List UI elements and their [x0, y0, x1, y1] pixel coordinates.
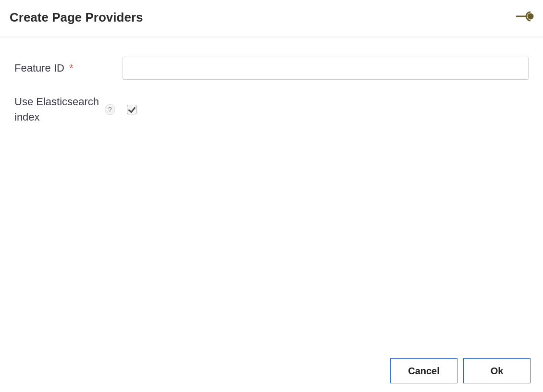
ok-button[interactable]: Ok [463, 358, 531, 383]
feature-id-label: Feature ID [14, 61, 64, 76]
branch-icon [515, 10, 535, 25]
feature-id-input[interactable] [123, 57, 529, 80]
dialog-footer: Cancel Ok [0, 358, 543, 392]
cancel-button[interactable]: Cancel [390, 358, 457, 383]
use-es-index-checkbox-wrap [127, 105, 136, 114]
feature-id-input-col [123, 57, 529, 80]
use-es-index-label-col: Use Elasticsearch index [14, 94, 101, 125]
dialog-header: Create Page Providers [0, 0, 543, 37]
svg-point-0 [528, 13, 534, 20]
dialog-title: Create Page Providers [10, 10, 143, 25]
help-icon[interactable]: ? [105, 104, 115, 115]
form-body: Feature ID * Use Elasticsearch index ? [0, 37, 543, 358]
use-es-index-row: Use Elasticsearch index ? [14, 94, 529, 125]
required-marker: * [69, 61, 74, 76]
use-es-index-checkbox[interactable] [127, 105, 136, 114]
create-page-providers-dialog: Create Page Providers Feature ID * Use E… [0, 0, 543, 392]
feature-id-label-col: Feature ID * [14, 61, 123, 76]
use-es-index-label: Use Elasticsearch index [14, 94, 101, 125]
feature-id-row: Feature ID * [14, 57, 529, 80]
